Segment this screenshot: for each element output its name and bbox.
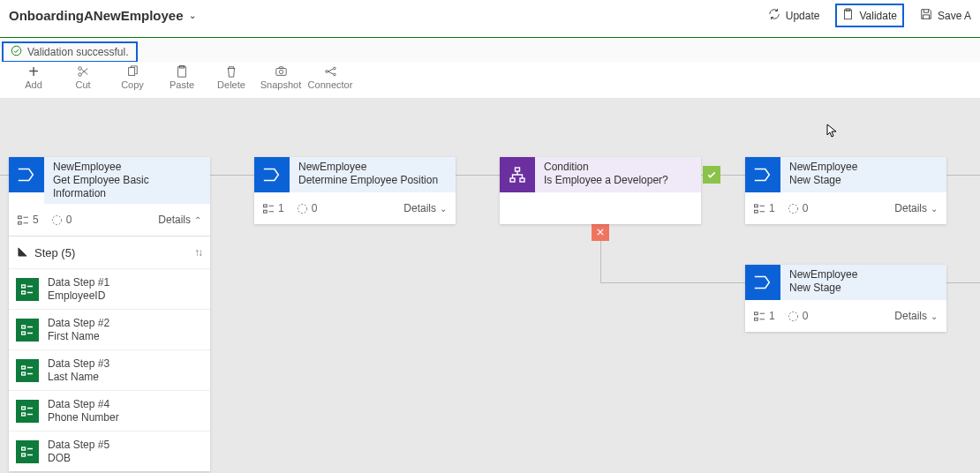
scissors-icon [77,64,89,79]
copy-icon [126,64,139,79]
flow-count: 0 [297,202,318,214]
stage-card[interactable]: NewEmployee New Stage 1 0 Details ⌄ [745,157,946,224]
stage-name: New Stage [789,282,938,295]
step-row[interactable]: Data Step #1EmployeeID [9,268,210,309]
step-row[interactable]: Data Step #4Phone Number [9,390,210,431]
svg-rect-36 [755,318,758,320]
svg-rect-23 [22,413,26,416]
step-count: 1 [263,202,284,214]
delete-label: Delete [217,79,245,90]
paste-icon [176,64,188,79]
stage-titles: NewEmployee New Stage [780,157,946,192]
svg-rect-18 [22,326,26,328]
step-row[interactable]: Data Step #5DOB [9,431,210,471]
details-toggle[interactable]: Details ⌄ [894,202,938,214]
clipboard-icon [842,8,854,23]
stage-header: NewEmployee Determine Employee Position [254,157,456,192]
cut-button[interactable]: Cut [58,64,108,90]
save-as-button[interactable]: Save A [915,5,976,26]
connector-line [456,175,500,176]
stage-card[interactable]: NewEmployee Get Employee Basic Informati… [9,157,210,471]
svg-rect-29 [516,168,520,171]
connector-line [600,282,745,283]
chevron-down-icon: ⌄ [931,204,938,214]
header-bar: OnboardingANewEmployee ⌄ Update Validate… [0,0,980,31]
svg-rect-35 [755,312,758,314]
svg-rect-32 [755,204,758,206]
validation-message-text: Validation successful. [27,46,129,58]
svg-rect-21 [22,372,26,375]
svg-rect-20 [22,366,26,369]
svg-rect-24 [22,447,26,450]
update-label: Update [786,10,820,22]
stage-icon [745,157,780,192]
stage-summary: 1 0 Details ⌄ [745,192,946,224]
paste-label: Paste [170,79,194,90]
step-row[interactable]: Data Step #3Last Name [9,349,210,390]
delete-button[interactable]: Delete [207,64,256,90]
add-label: Add [25,79,42,90]
stage-header: NewEmployee Get Employee Basic Informati… [9,157,210,204]
svg-rect-17 [22,291,26,294]
svg-rect-8 [275,69,285,76]
paste-button[interactable]: Paste [157,64,207,90]
steps-panel: Step (5) ↑↓ Data Step #1EmployeeIDData S… [9,236,210,471]
connector-line [210,175,254,176]
save-as-label: Save A [938,10,971,22]
stage-titles: NewEmployee Get Employee Basic Informati… [44,157,210,204]
connector-line [946,175,980,176]
stage-entity: NewEmployee [789,268,938,282]
svg-rect-33 [755,210,758,213]
stage-card[interactable]: NewEmployee Determine Employee Position … [254,157,456,224]
data-step-icon [16,440,39,463]
stage-summary: 1 0 Details ⌄ [254,192,456,224]
data-step-icon [16,359,39,382]
data-step-icon [16,319,39,342]
stage-icon [9,157,44,192]
details-toggle[interactable]: Details ⌄ [894,310,938,322]
flow-count: 0 [51,214,72,226]
triangle-icon [18,246,27,259]
condition-text: Is Employee a Developer? [544,174,692,187]
refresh-icon [768,8,780,23]
mouse-cursor-icon [826,124,839,140]
svg-rect-25 [22,454,26,456]
stage-name: Determine Employee Position [298,174,447,187]
stage-header: NewEmployee New Stage [745,157,946,192]
validate-label: Validate [859,10,896,22]
connector-button[interactable]: Connector [305,64,355,90]
svg-point-34 [788,204,797,213]
check-circle-icon [11,45,22,59]
validate-button[interactable]: Validate [835,4,903,27]
chevron-up-icon: ⌃ [194,215,201,225]
svg-rect-5 [129,68,135,76]
sort-icon[interactable]: ↑↓ [194,246,201,259]
process-title[interactable]: OnboardingANewEmployee ⌄ [9,8,196,23]
chevron-down-icon: ⌄ [931,312,938,321]
condition-card[interactable]: Condition Is Employee a Developer? [500,157,701,224]
condition-header: Condition Is Employee a Developer? [500,157,701,192]
svg-point-3 [79,73,82,77]
svg-point-10 [325,71,328,73]
details-toggle[interactable]: Details ⌄ [403,202,447,214]
svg-rect-16 [22,285,26,288]
snapshot-button[interactable]: Snapshot [256,64,305,90]
update-button[interactable]: Update [763,5,825,26]
snapshot-label: Snapshot [260,79,301,90]
camera-icon [275,64,288,79]
connector-label: Connector [308,79,353,90]
step-row[interactable]: Data Step #2First Name [9,309,210,349]
details-toggle[interactable]: Details ⌃ [158,214,201,226]
step-text: Data Step #4Phone Number [48,398,119,424]
step-title: Data Step #5 [48,439,109,452]
canvas[interactable]: NewEmployee Get Employee Basic Informati… [0,99,980,473]
add-button[interactable]: + Add [9,64,58,90]
copy-button[interactable]: Copy [108,64,157,90]
stage-entity: NewEmployee [789,161,938,174]
step-count: 5 [18,214,39,226]
steps-header-text: Step (5) [34,246,75,259]
stage-name: Get Employee Basic Information [53,174,201,200]
chevron-down-icon: ⌄ [189,11,196,20]
stage-card[interactable]: NewEmployee New Stage 1 0 Details ⌄ [745,265,946,332]
connector-icon [324,64,337,79]
